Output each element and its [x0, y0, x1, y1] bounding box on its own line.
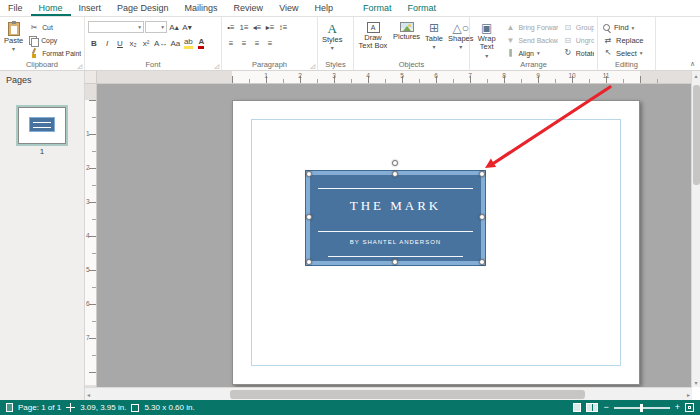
- selection-handle-middle-right[interactable]: [479, 214, 485, 220]
- wrap-text-button[interactable]: ▣ Wrap Text ▾: [473, 20, 500, 59]
- rotate-button[interactable]: ↻ Rotate ▾: [561, 47, 594, 59]
- change-case-button[interactable]: Aa: [169, 37, 181, 49]
- font-dialog-launcher-icon[interactable]: ◿: [214, 63, 219, 69]
- find-button[interactable]: Find ▾: [601, 22, 646, 34]
- align-objects-button[interactable]: ∥ Align ▾: [503, 47, 557, 59]
- shrink-font-button[interactable]: A▾: [181, 21, 193, 33]
- zoom-out-button[interactable]: −: [603, 403, 608, 412]
- scroll-left-button[interactable]: ◂: [85, 388, 92, 400]
- selection-handle-middle-left[interactable]: [306, 214, 312, 220]
- table-button[interactable]: ⊞ Table ▾: [424, 20, 444, 59]
- zoom-slider-thumb[interactable]: [640, 404, 643, 412]
- selection-handle-top-left[interactable]: [306, 171, 312, 177]
- replace-button[interactable]: ⇄ Replace: [601, 35, 646, 47]
- ungroup-icon: ⊟: [563, 37, 573, 45]
- selection-handle-top-right[interactable]: [479, 171, 485, 177]
- pages-panel: Pages 1: [0, 71, 85, 400]
- increase-indent-button[interactable]: ▸≡: [264, 21, 276, 33]
- ribbon-group-styles: A Styles ▾ Styles: [318, 17, 354, 70]
- single-page-view-button[interactable]: [573, 403, 581, 412]
- bullets-button[interactable]: •≡: [225, 21, 237, 33]
- canvas[interactable]: THE MARK BY SHANTEL ANDERSON: [97, 84, 692, 387]
- copy-button[interactable]: Copy: [27, 35, 81, 47]
- text-highlight-button[interactable]: ab: [182, 37, 194, 49]
- vertical-ruler[interactable]: 1 2 3 4 5 6 7: [85, 84, 97, 387]
- tab-help[interactable]: Help: [306, 0, 341, 16]
- justify-button[interactable]: ≡: [264, 37, 276, 49]
- selected-card-object[interactable]: THE MARK BY SHANTEL ANDERSON: [306, 171, 485, 265]
- pictures-button[interactable]: Pictures: [392, 20, 421, 59]
- paragraph-dialog-launcher-icon[interactable]: ◿: [310, 63, 315, 69]
- vertical-scroll-thumb[interactable]: [693, 85, 700, 185]
- zoom-slider[interactable]: [614, 407, 670, 409]
- collapse-ribbon-button[interactable]: ∧: [690, 60, 695, 68]
- send-backward-button[interactable]: ▼ Send Backward ▾: [503, 35, 557, 47]
- align-left-button[interactable]: ≡: [225, 37, 237, 49]
- selection-handle-bottom-center[interactable]: [392, 259, 398, 265]
- decrease-indent-button[interactable]: ◂≡: [251, 21, 263, 33]
- selection-handle-bottom-right[interactable]: [479, 259, 485, 265]
- numbering-button[interactable]: 1≡: [238, 21, 250, 33]
- superscript-button[interactable]: x²: [140, 37, 152, 49]
- line-spacing-button[interactable]: ↕≡: [277, 21, 289, 33]
- tab-page-design[interactable]: Page Design: [109, 0, 177, 16]
- object-size-icon[interactable]: [131, 404, 139, 412]
- clipboard-dialog-launcher-icon[interactable]: ◿: [77, 63, 82, 69]
- two-page-spread-button[interactable]: [586, 403, 598, 412]
- card-byline-text[interactable]: BY SHANTEL ANDERSON: [310, 239, 481, 245]
- object-size-value[interactable]: 5.30 x 0.60 in.: [144, 403, 194, 412]
- vertical-scrollbar[interactable]: ▴ ▾: [691, 71, 700, 387]
- scroll-right-button[interactable]: ▸: [685, 388, 692, 400]
- zoom-in-button[interactable]: +: [675, 403, 680, 412]
- tab-review[interactable]: Review: [226, 0, 272, 16]
- font-color-button[interactable]: A: [195, 37, 207, 49]
- styles-button[interactable]: A Styles ▾: [321, 20, 343, 59]
- draw-text-box-button[interactable]: A Draw Text Box: [357, 20, 389, 59]
- tab-view[interactable]: View: [271, 0, 306, 16]
- tab-home[interactable]: Home: [31, 0, 71, 16]
- rotation-handle[interactable]: [392, 160, 398, 166]
- align-center-button[interactable]: ≡: [238, 37, 250, 49]
- selection-handle-bottom-left[interactable]: [306, 259, 312, 265]
- page-indicator[interactable]: Page: 1 of 1: [18, 403, 61, 412]
- tab-mailings[interactable]: Mailings: [177, 0, 226, 16]
- ungroup-button[interactable]: ⊟ Ungroup: [561, 35, 594, 47]
- scroll-down-button[interactable]: ▾: [692, 379, 700, 386]
- font-name-select[interactable]: ▾: [88, 21, 144, 33]
- font-size-select[interactable]: ▾: [145, 21, 167, 33]
- select-button[interactable]: ↖ Select ▾: [601, 47, 646, 59]
- pictures-label: Pictures: [393, 33, 420, 41]
- object-position-value[interactable]: 3.09, 3.95 in.: [80, 403, 126, 412]
- grow-font-button[interactable]: A▴: [168, 21, 180, 33]
- bold-button[interactable]: B: [88, 37, 100, 49]
- horizontal-ruler[interactable]: 1 2 3 4 5 6 7 8 9 10 11: [97, 71, 692, 84]
- bring-forward-button[interactable]: ▲ Bring Forward ▾: [503, 22, 557, 34]
- selection-handle-top-center[interactable]: [392, 171, 398, 177]
- ruler-number: 5: [397, 72, 407, 79]
- publication-page[interactable]: THE MARK BY SHANTEL ANDERSON: [232, 100, 640, 385]
- character-spacing-button[interactable]: A↔: [153, 37, 168, 49]
- fit-page-button[interactable]: [685, 403, 694, 412]
- cut-button[interactable]: ✂ Cut: [27, 22, 81, 34]
- underline-button[interactable]: U: [114, 37, 126, 49]
- italic-button[interactable]: I: [101, 37, 113, 49]
- scroll-up-button[interactable]: ▴: [692, 72, 700, 79]
- horizontal-scrollbar[interactable]: ◂ ▸: [85, 387, 692, 400]
- card-rule-line: [318, 231, 473, 232]
- object-position-icon[interactable]: [66, 403, 75, 412]
- tab-format-drawing-tools[interactable]: Format: [355, 0, 400, 16]
- tab-format-text-box-tools[interactable]: Format: [400, 0, 445, 16]
- page-thumbnail[interactable]: [18, 107, 66, 144]
- card-title-text[interactable]: THE MARK: [310, 198, 481, 214]
- horizontal-scroll-thumb[interactable]: [230, 390, 585, 399]
- change-case-icon: Aa: [170, 39, 180, 48]
- group-button[interactable]: ⊡ Group: [561, 22, 594, 34]
- tab-file[interactable]: File: [0, 0, 31, 16]
- page-status-icon[interactable]: [6, 403, 13, 412]
- subscript-button[interactable]: x₂: [127, 37, 139, 49]
- format-painter-button[interactable]: Format Painter: [27, 47, 81, 59]
- tab-insert[interactable]: Insert: [71, 0, 110, 16]
- paste-button[interactable]: Paste ▾: [3, 20, 24, 59]
- page-thumbnail-item[interactable]: 1: [0, 107, 84, 156]
- align-right-button[interactable]: ≡: [251, 37, 263, 49]
